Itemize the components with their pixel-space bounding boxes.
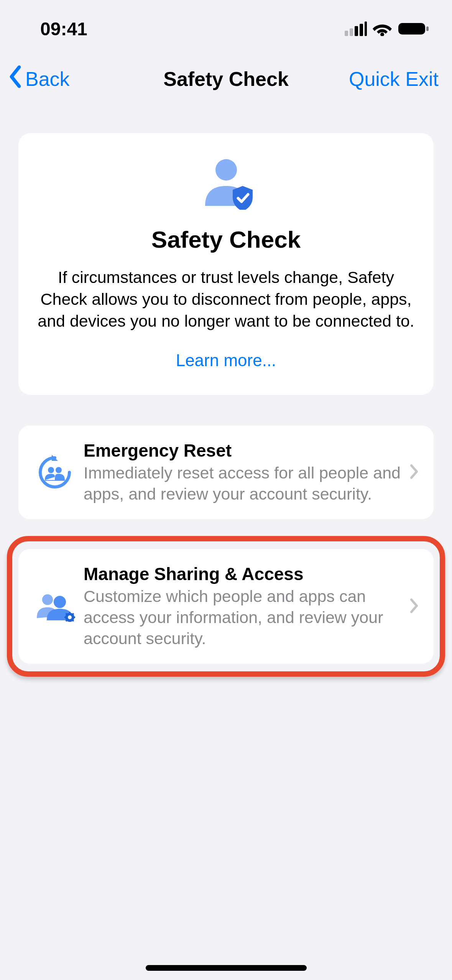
- page-title: Safety Check: [163, 67, 289, 90]
- svg-rect-16: [69, 612, 71, 614]
- svg-point-12: [42, 594, 53, 605]
- svg-marker-9: [52, 455, 58, 461]
- back-button[interactable]: Back: [8, 65, 70, 93]
- svg-point-5: [380, 33, 384, 36]
- row-title: Manage Sharing & Access: [84, 564, 403, 584]
- status-bar: 09:41: [0, 0, 452, 50]
- chevron-left-icon: [8, 65, 23, 93]
- svg-point-8: [215, 159, 237, 181]
- row-description: Immediately reset access for all people …: [84, 462, 403, 505]
- manage-sharing-row[interactable]: Manage Sharing & Access Customize which …: [18, 549, 434, 664]
- highlight-annotation: Manage Sharing & Access Customize which …: [18, 538, 434, 674]
- status-time: 09:41: [19, 18, 87, 39]
- chevron-right-icon: [410, 464, 419, 481]
- row-title: Emergency Reset: [84, 440, 403, 461]
- emergency-reset-row[interactable]: Emergency Reset Immediately reset access…: [18, 426, 434, 519]
- back-label: Back: [25, 67, 70, 90]
- quick-exit-button[interactable]: Quick Exit: [349, 67, 439, 90]
- svg-rect-18: [64, 617, 67, 618]
- svg-rect-1: [350, 28, 353, 36]
- chevron-right-icon: [410, 598, 419, 615]
- wifi-icon: [372, 21, 392, 36]
- status-indicators: [345, 21, 433, 36]
- svg-point-10: [48, 467, 54, 473]
- intro-title: Safety Check: [34, 226, 418, 253]
- battery-icon: [398, 21, 429, 36]
- svg-rect-19: [73, 617, 75, 618]
- svg-rect-6: [398, 23, 425, 35]
- emergency-reset-icon: [30, 453, 80, 492]
- row-description: Customize which people and apps can acce…: [84, 586, 403, 649]
- svg-rect-17: [69, 620, 71, 622]
- safety-check-icon: [34, 156, 418, 210]
- content: Safety Check If circumstances or trust l…: [0, 112, 452, 674]
- svg-rect-0: [345, 31, 348, 36]
- svg-point-11: [56, 467, 62, 473]
- home-indicator[interactable]: [146, 965, 307, 971]
- nav-bar: Back Safety Check Quick Exit: [0, 50, 452, 112]
- svg-rect-4: [365, 21, 367, 36]
- manage-sharing-icon: [30, 591, 80, 622]
- intro-card: Safety Check If circumstances or trust l…: [18, 133, 434, 395]
- svg-rect-2: [355, 26, 358, 36]
- svg-rect-7: [426, 26, 429, 31]
- svg-point-15: [68, 615, 72, 619]
- learn-more-link[interactable]: Learn more...: [34, 351, 418, 370]
- svg-rect-3: [360, 24, 363, 36]
- svg-point-13: [54, 596, 66, 608]
- cellular-icon: [345, 21, 367, 36]
- intro-description: If circumstances or trust levels change,…: [34, 266, 418, 332]
